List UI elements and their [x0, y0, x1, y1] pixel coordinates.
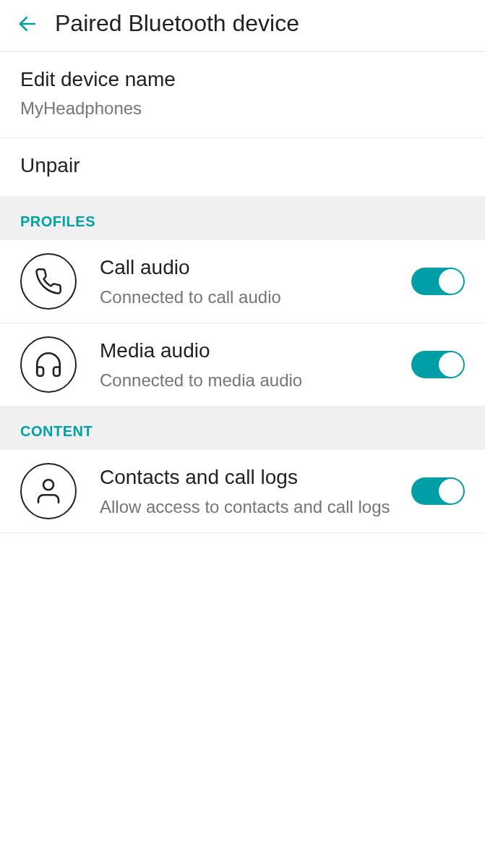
person-icon [20, 463, 77, 519]
unpair-label: Unpair [20, 153, 465, 179]
contacts-toggle[interactable] [411, 477, 465, 505]
call-audio-title: Call audio [100, 255, 400, 281]
unpair-row[interactable]: Unpair [0, 138, 485, 196]
contacts-title: Contacts and call logs [100, 464, 400, 490]
contacts-text: Contacts and call logs Allow access to c… [100, 464, 411, 518]
content-section-header: CONTENT [0, 406, 485, 450]
call-audio-text: Call audio Connected to call audio [100, 255, 411, 308]
switch-thumb [439, 269, 463, 294]
app-header: Paired Bluetooth device [0, 0, 485, 52]
back-arrow-icon [17, 13, 38, 35]
page-title: Paired Bluetooth device [55, 10, 299, 37]
edit-device-name-row[interactable]: Edit device name MyHeadphones [0, 52, 485, 138]
profiles-section-header: PROFILES [0, 196, 485, 240]
phone-icon [20, 253, 77, 310]
device-name-value: MyHeadphones [20, 97, 465, 119]
media-audio-text: Media audio Connected to media audio [100, 338, 411, 391]
media-audio-row[interactable]: Media audio Connected to media audio [0, 323, 485, 406]
contacts-subtitle: Allow access to contacts and call logs [100, 495, 400, 518]
back-button[interactable] [14, 11, 40, 37]
switch-thumb [439, 479, 463, 503]
call-audio-row[interactable]: Call audio Connected to call audio [0, 240, 485, 323]
media-audio-toggle[interactable] [411, 351, 465, 378]
call-audio-toggle[interactable] [411, 268, 465, 295]
edit-device-name-title: Edit device name [20, 67, 465, 93]
switch-thumb [439, 352, 463, 377]
svg-point-1 [43, 480, 53, 490]
call-audio-subtitle: Connected to call audio [100, 286, 400, 308]
headphones-icon [20, 336, 77, 393]
media-audio-title: Media audio [100, 338, 400, 364]
media-audio-subtitle: Connected to media audio [100, 369, 400, 391]
contacts-row[interactable]: Contacts and call logs Allow access to c… [0, 450, 485, 533]
device-actions-section: Edit device name MyHeadphones Unpair [0, 52, 485, 196]
